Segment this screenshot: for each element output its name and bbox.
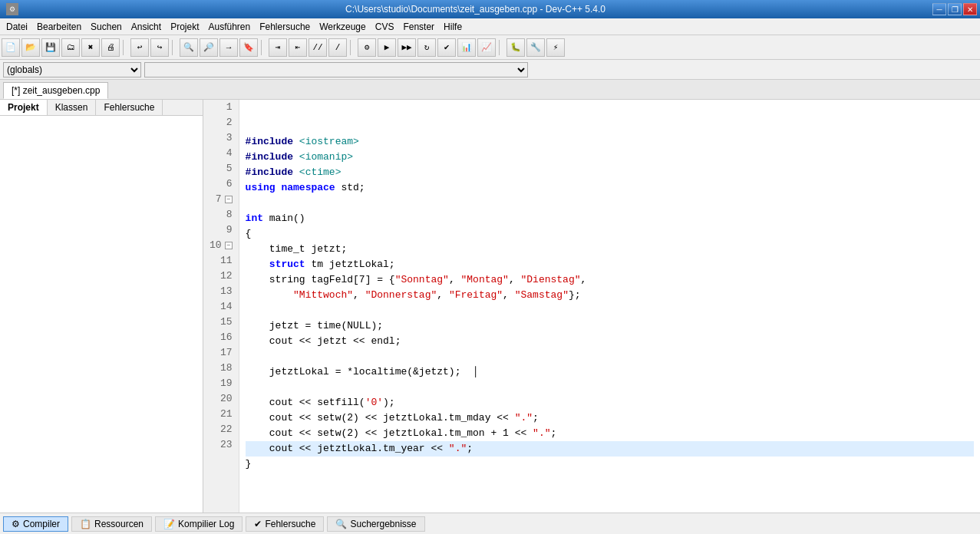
bottom-tab-compiler[interactable]: ⚙ Compiler (3, 516, 68, 532)
debug-btn[interactable]: 🐛 (506, 38, 525, 57)
code-line-7[interactable]: { (246, 226, 974, 242)
editor-area[interactable]: 1234567−8910−11121314151617181920212223 … (203, 100, 980, 513)
new-button[interactable]: 📄 (2, 38, 20, 57)
save-all-button[interactable]: 🗂 (61, 38, 80, 57)
code-line-15[interactable] (246, 349, 974, 364)
code-line-11[interactable]: "Mittwoch", "Donnerstag", "Freitag", "Sa… (246, 288, 974, 303)
line-num-9: 9 (210, 222, 233, 238)
bottom-tab-ressourcen[interactable]: 📋 Ressourcen (71, 516, 152, 532)
bottom-tab-suchergebnisse[interactable]: 🔍 Suchergebnisse (327, 516, 424, 532)
menu-item-fehlersuche[interactable]: Fehlersuche (255, 20, 315, 34)
uncomment-button[interactable]: / (328, 38, 347, 57)
globals-dropdown[interactable]: (globals) (3, 62, 141, 77)
menu-item-cvs[interactable]: CVS (371, 20, 399, 34)
code-line-4[interactable]: using namespace std; (246, 180, 974, 196)
rebuild-btn[interactable]: ↻ (417, 38, 436, 57)
line-num-23: 23 (210, 437, 233, 453)
code-line-16[interactable]: jetztLokal = *localtime(&jetzt); │ (246, 364, 974, 380)
separator-4 (350, 40, 355, 55)
open-button[interactable]: 📂 (21, 38, 40, 57)
code-line-5[interactable] (246, 196, 974, 211)
code-line-3[interactable]: #include <ctime> (246, 165, 974, 180)
menu-item-suchen[interactable]: Suchen (86, 20, 127, 34)
menu-item-fenster[interactable]: Fenster (398, 20, 439, 34)
profile-run-btn[interactable]: 📈 (477, 38, 496, 57)
menu-item-datei[interactable]: Datei (2, 20, 32, 34)
profile-btn[interactable]: 📊 (457, 38, 476, 57)
unindent-button[interactable]: ⇤ (289, 38, 307, 57)
fold-icon-7[interactable]: − (225, 196, 233, 203)
menu-item-hilfe[interactable]: Hilfe (439, 20, 467, 34)
comment-button[interactable]: // (309, 38, 327, 57)
left-tab-klassen[interactable]: Klassen (48, 100, 97, 115)
separator-2 (172, 40, 177, 55)
toolbar2: (globals) (0, 60, 980, 80)
line-num-21: 21 (210, 407, 233, 422)
line-num-22: 22 (210, 422, 233, 437)
left-panel-content (0, 116, 203, 513)
close-file-button[interactable]: ✖ (81, 38, 100, 57)
menu-item-bearbeiten[interactable]: Bearbeiten (32, 20, 86, 34)
menu-item-werkzeuge[interactable]: Werkzeuge (315, 20, 370, 34)
check-btn[interactable]: ✔ (437, 38, 456, 57)
code-line-18[interactable]: cout << setfill('0'); (246, 395, 974, 410)
run-btn[interactable]: ▶ (378, 38, 396, 57)
code-line-8[interactable]: time_t jetzt; (246, 242, 974, 257)
left-tab-projekt[interactable]: Projekt (0, 100, 48, 115)
code-line-22[interactable]: } (246, 457, 974, 472)
code-line-1[interactable]: #include <iostream> (246, 134, 974, 150)
env-btn[interactable]: 🔧 (526, 38, 545, 57)
replace-button[interactable]: 🔎 (200, 38, 218, 57)
code-line-13[interactable]: jetzt = time(NULL); (246, 318, 974, 334)
line-num-8: 8 (210, 207, 233, 222)
code-container: 1234567−8910−11121314151617181920212223 … (203, 100, 980, 513)
menu-item-projekt[interactable]: Projekt (166, 20, 203, 34)
misc-btn[interactable]: ⚡ (546, 38, 565, 57)
fold-icon-10[interactable]: − (225, 242, 233, 249)
line-num-3: 3 (210, 130, 233, 146)
line-num-2: 2 (210, 115, 233, 130)
separator-3 (261, 40, 266, 55)
undo-button[interactable]: ↩ (130, 38, 149, 57)
line-num-11: 11 (210, 253, 233, 269)
separator-1 (123, 40, 127, 55)
left-tab-fehlersuche[interactable]: Fehlersuche (96, 100, 163, 115)
line-num-7: 7− (210, 192, 233, 207)
code-line-6[interactable]: int main() (246, 211, 974, 226)
code-line-2[interactable]: #include <iomanip> (246, 150, 974, 165)
menu-item-ansicht[interactable]: Ansicht (127, 20, 166, 34)
line-num-12: 12 (210, 269, 233, 284)
scope-dropdown[interactable] (144, 62, 528, 77)
minimize-button[interactable]: ─ (932, 3, 946, 15)
code-line-17[interactable] (246, 380, 974, 395)
close-button[interactable]: ✕ (963, 3, 977, 15)
code-line-12[interactable] (246, 303, 974, 318)
goto-button[interactable]: → (219, 38, 238, 57)
compile-btn[interactable]: ⚙ (358, 38, 376, 57)
code-line-23[interactable] (246, 472, 974, 487)
code-line-10[interactable]: string tagFeld[7] = {"Sonntag", "Montag"… (246, 272, 974, 288)
line-num-1: 1 (210, 100, 233, 115)
code-line-14[interactable]: cout << jetzt << endl; (246, 334, 974, 349)
line-num-20: 20 (210, 391, 233, 407)
redo-button[interactable]: ↪ (150, 38, 169, 57)
search-button[interactable]: 🔍 (180, 38, 198, 57)
line-num-16: 16 (210, 330, 233, 345)
bookmark-button[interactable]: 🔖 (239, 38, 258, 57)
code-line-19[interactable]: cout << setw(2) << jetztLokal.tm_mday <<… (246, 410, 974, 426)
code-content[interactable]: #include <iostream>#include <iomanip>#in… (239, 100, 980, 513)
line-num-15: 15 (210, 315, 233, 330)
bottom-tab-kompilier[interactable]: 📝 Kompilier Log (155, 516, 243, 532)
menu-item-ausführen[interactable]: Ausführen (203, 20, 255, 34)
print-button[interactable]: 🖨 (101, 38, 120, 57)
file-tab-active[interactable]: [*] zeit_ausgeben.cpp (3, 82, 108, 99)
code-line-21[interactable]: cout << jetztLokal.tm_year << "."; (246, 441, 974, 457)
restore-button[interactable]: ❐ (948, 3, 962, 15)
compile-run-btn[interactable]: ▶▶ (398, 38, 416, 57)
code-line-20[interactable]: cout << setw(2) << jetztLokal.tm_mon + 1… (246, 426, 974, 441)
indent-button[interactable]: ⇥ (269, 38, 287, 57)
bottom-tab-fehlersuche[interactable]: ✔ Fehlersuche (246, 516, 324, 532)
save-button[interactable]: 💾 (41, 38, 60, 57)
code-line-9[interactable]: struct tm jetztLokal; (246, 257, 974, 272)
line-num-14: 14 (210, 299, 233, 315)
